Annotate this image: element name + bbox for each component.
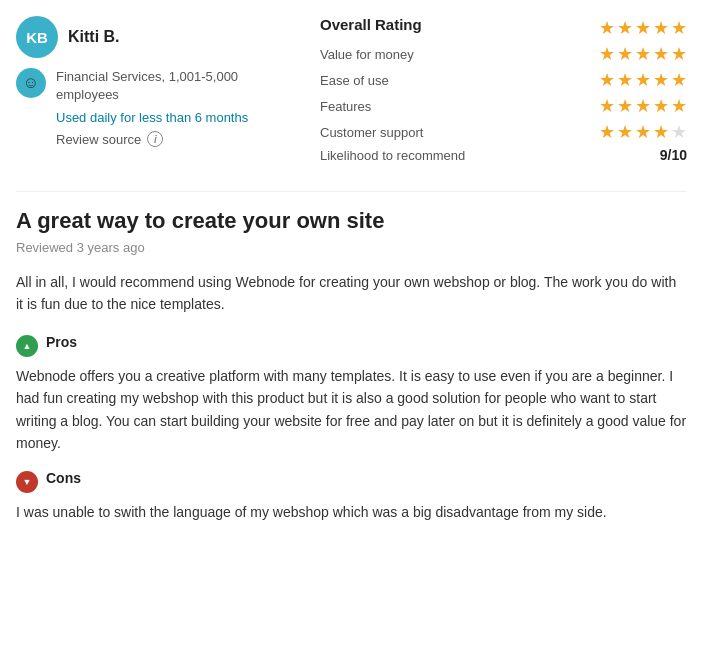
likelihood-label: Likelihood to recommend [320, 148, 465, 163]
review-body: A great way to create your own site Revi… [16, 208, 687, 524]
avatar: KB [16, 16, 58, 58]
overall-stars: ★ ★ ★ ★ ★ [599, 17, 687, 39]
star-5: ★ [671, 17, 687, 39]
user-info-row: KB Kitti B. [16, 16, 296, 58]
cons-text: I was unable to swith the language of my… [16, 501, 687, 523]
review-summary-text: All in all, I would recommend using Webn… [16, 271, 687, 316]
review-title: A great way to create your own site [16, 208, 687, 234]
customer-support-stars: ★ ★ ★ ★ ★ [599, 121, 687, 143]
likelihood-score: 9/10 [660, 147, 687, 163]
value-money-stars: ★ ★ ★ ★ ★ [599, 43, 687, 65]
review-header: KB Kitti B. ☺ Financial Services, 1,001-… [16, 16, 687, 167]
header-divider [16, 191, 687, 192]
ease-of-use-stars: ★ ★ ★ ★ ★ [599, 69, 687, 91]
cons-label: Cons [46, 470, 81, 486]
user-company: Financial Services, 1,001-5,000 employee… [56, 68, 296, 104]
user-profile: KB Kitti B. ☺ Financial Services, 1,001-… [16, 16, 296, 167]
ease-of-use-label: Ease of use [320, 73, 389, 88]
overall-rating-title: Overall Rating [320, 16, 422, 33]
pros-label: Pros [46, 334, 77, 350]
review-source-label: Review source [56, 132, 141, 147]
user-meta-row: ☺ Financial Services, 1,001-5,000 employ… [16, 68, 296, 104]
likelihood-row: Likelihood to recommend 9/10 [320, 147, 687, 163]
ease-of-use-row: Ease of use ★ ★ ★ ★ ★ [320, 69, 687, 91]
cons-icon [16, 471, 38, 493]
star-2: ★ [617, 17, 633, 39]
pros-row: Pros [16, 334, 687, 357]
value-money-row: Value for money ★ ★ ★ ★ ★ [320, 43, 687, 65]
pros-icon [16, 335, 38, 357]
user-name: Kitti B. [68, 28, 120, 46]
usage-label: Used daily for less than 6 months [56, 110, 296, 125]
ratings-section: Overall Rating ★ ★ ★ ★ ★ Value for money… [320, 16, 687, 167]
star-3: ★ [635, 17, 651, 39]
info-icon[interactable]: i [147, 131, 163, 147]
star-4: ★ [653, 17, 669, 39]
features-label: Features [320, 99, 371, 114]
star-1: ★ [599, 17, 615, 39]
smiley-icon: ☺ [16, 68, 46, 98]
review-source-row: Review source i [56, 131, 296, 147]
features-row: Features ★ ★ ★ ★ ★ [320, 95, 687, 117]
features-stars: ★ ★ ★ ★ ★ [599, 95, 687, 117]
customer-support-label: Customer support [320, 125, 423, 140]
value-money-label: Value for money [320, 47, 414, 62]
cons-row: Cons [16, 470, 687, 493]
pros-text: Webnode offers you a creative platform w… [16, 365, 687, 455]
overall-rating-title-row: Overall Rating ★ ★ ★ ★ ★ [320, 16, 687, 39]
customer-support-row: Customer support ★ ★ ★ ★ ★ [320, 121, 687, 143]
review-date: Reviewed 3 years ago [16, 240, 687, 255]
